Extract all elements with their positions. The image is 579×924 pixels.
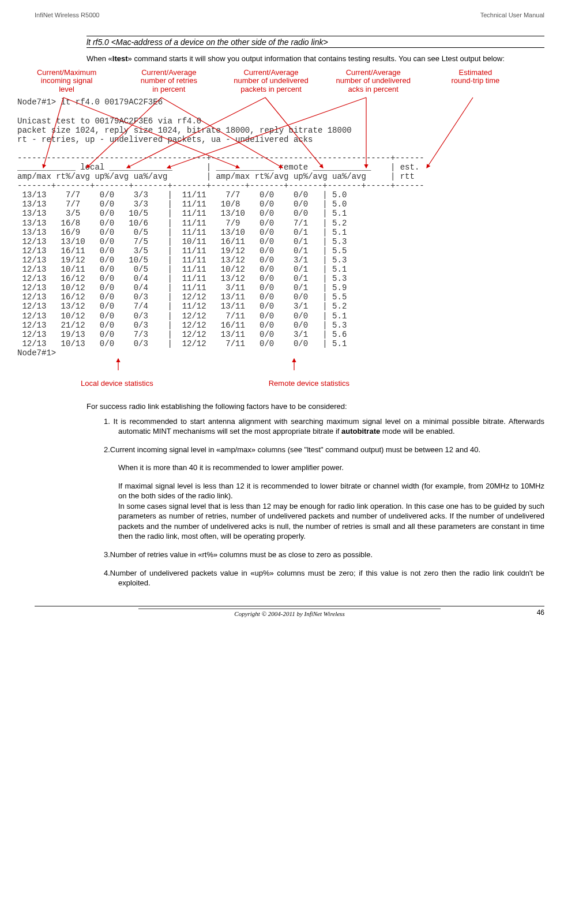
label-rtt: Estimated round-trip time [426,69,525,95]
item-2-sub3: In some cases signal level that is less … [118,501,544,542]
item-2: 2.Current incoming signal level in «amp/… [101,445,544,455]
label-acks: Current/Average number of undelivered ac… [324,69,423,95]
header-left: InfiNet Wireless R5000 [35,12,100,18]
item-3: 3.Number of retries value in «rt%» colum… [101,550,544,560]
item-2-sub2: If maximal signal level is less than 12 … [118,481,544,501]
item-4: 4.Number of undelivered packets value in… [101,568,544,588]
footer-page: 46 [537,609,544,617]
bottom-arrows [17,358,525,373]
intro-prefix: When « [87,54,112,63]
label-packets: Current/Average number of undelivered pa… [221,69,320,95]
intro-suffix: » command starts it will show you output… [128,54,505,63]
bottom-label-local: Local device statistics [81,379,153,388]
item-2-sub1: When it is more than 40 it is recommende… [118,463,544,473]
footer-copyright: Copyright © 2004-2011 by InfiNet Wireles… [138,609,441,617]
label-signal: Current/Maximum incoming signal level [17,69,116,95]
item-1: 1. It is recommended to start antenna al… [101,416,544,437]
intro-bold: ltest [112,54,128,63]
label-retries: Current/Average number of retries in per… [119,69,218,95]
header-right: Technical User Manual [480,12,544,18]
terminal-output: Node7#1> lt rf4.0 00179AC2F3E6 Unicast t… [17,97,525,358]
command-line: lt rf5.0 <Mac-address of a device on the… [87,37,544,48]
section-intro: For success radio link establishing the … [87,401,544,412]
bottom-label-remote: Remote device statistics [269,379,349,388]
